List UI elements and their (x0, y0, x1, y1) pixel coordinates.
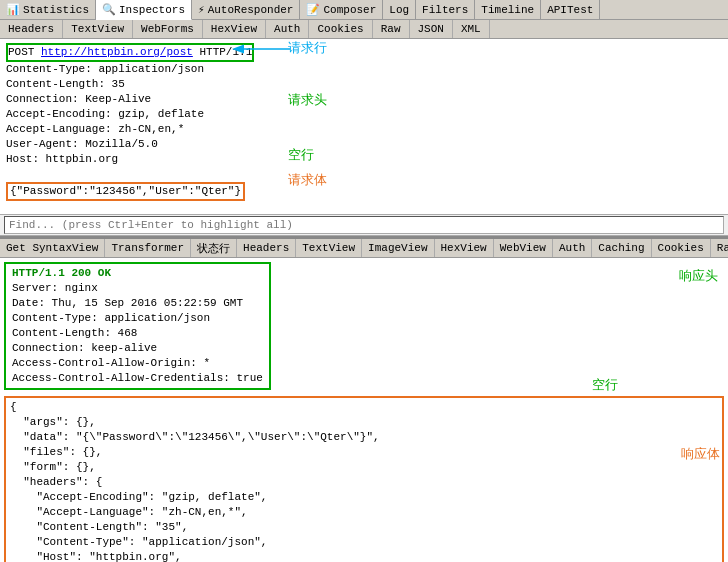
rtab-auth[interactable]: Auth (553, 239, 592, 257)
request-empty-line (6, 168, 13, 180)
subtab-raw[interactable]: Raw (373, 20, 410, 38)
status-line: HTTP/1.1 200 OK (12, 266, 263, 281)
statistics-icon: 📊 (6, 3, 20, 16)
header-content-length: Content-Length: 35 (6, 78, 125, 90)
rtab-syntaxview[interactable]: Get SyntaxView (0, 239, 105, 257)
request-sub-tab-bar: Headers TextView WebForms HexView Auth C… (0, 20, 728, 39)
response-headers-section: HTTP/1.1 200 OK Server: nginx Date: Thu,… (0, 258, 728, 390)
search-bar (0, 214, 728, 236)
app-container: 📊 Statistics 🔍 Inspectors ⚡ AutoResponde… (0, 0, 728, 562)
rtab-cookies[interactable]: Cookies (652, 239, 711, 257)
tab-log[interactable]: Log (383, 0, 416, 19)
response-empty-separator (0, 390, 728, 394)
resp-server: Server: nginx (12, 281, 263, 296)
rtab-textview[interactable]: TextView (296, 239, 362, 257)
rtab-transformer[interactable]: Transformer (105, 239, 191, 257)
resp-access-control-allow-credentials: Access-Control-Allow-Credentials: true (12, 371, 263, 386)
subtab-json[interactable]: JSON (410, 20, 453, 38)
request-content-area: POST http://httpbin.org/post HTTP/1.1 Co… (0, 39, 728, 236)
subtab-headers[interactable]: Headers (0, 20, 63, 38)
subtab-hexview[interactable]: HexView (203, 20, 266, 38)
rtab-headers[interactable]: Headers (237, 239, 296, 257)
tab-timeline[interactable]: Timeline (475, 0, 541, 19)
inspectors-icon: 🔍 (102, 3, 116, 16)
subtab-auth[interactable]: Auth (266, 20, 309, 38)
request-url[interactable]: http://httpbin.org/post (41, 46, 193, 58)
request-line: POST http://httpbin.org/post HTTP/1.1 (8, 46, 252, 58)
header-accept-language: Accept-Language: zh-CN,en,* (6, 123, 184, 135)
header-host: Host: httpbin.org (6, 153, 118, 165)
subtab-textview[interactable]: TextView (63, 20, 133, 38)
composer-icon: 📝 (306, 3, 320, 16)
tab-filters[interactable]: Filters (416, 0, 475, 19)
request-body-highlight: {"Password":"123456","User":"Qter"} (6, 182, 245, 201)
tab-statistics[interactable]: 📊 Statistics (0, 0, 96, 19)
label-response-headers: 响应头 (679, 268, 718, 283)
tab-apitest[interactable]: APITest (541, 0, 600, 19)
header-accept-encoding: Accept-Encoding: gzip, deflate (6, 108, 204, 120)
rtab-imageview[interactable]: ImageView (362, 239, 434, 257)
main-area: POST http://httpbin.org/post HTTP/1.1 Co… (0, 39, 728, 562)
rtab-statusline[interactable]: 状态行 (191, 239, 237, 257)
label-response-body: 响应体 (681, 446, 720, 461)
header-content-type: Content-Type: application/json (6, 63, 204, 75)
response-body-content: { "args": {}, "data": "{\"Password\":\"1… (10, 400, 718, 562)
response-body-section: { "args": {}, "data": "{\"Password\":\"1… (0, 396, 728, 562)
rtab-raw[interactable]: Raw (711, 239, 728, 257)
subtab-webforms[interactable]: WebForms (133, 20, 203, 38)
autoresponder-icon: ⚡ (198, 3, 205, 16)
tab-autoresponder[interactable]: ⚡ AutoResponder (192, 0, 300, 19)
subtab-xml[interactable]: XML (453, 20, 490, 38)
search-input[interactable] (4, 216, 724, 234)
response-panel: HTTP/1.1 200 OK Server: nginx Date: Thu,… (0, 258, 728, 562)
response-tab-bar: Get SyntaxView Transformer 状态行 Headers T… (0, 239, 728, 258)
request-text: POST http://httpbin.org/post HTTP/1.1 Co… (0, 39, 728, 205)
response-headers-highlight: HTTP/1.1 200 OK Server: nginx Date: Thu,… (4, 262, 271, 390)
request-panel: POST http://httpbin.org/post HTTP/1.1 Co… (0, 39, 728, 239)
resp-date: Date: Thu, 15 Sep 2016 05:22:59 GMT (12, 296, 263, 311)
request-body-content: {"Password":"123456","User":"Qter"} (10, 185, 241, 197)
response-body-highlight: { "args": {}, "data": "{\"Password\":\"1… (4, 396, 724, 562)
tab-composer[interactable]: 📝 Composer (300, 0, 383, 19)
rtab-hexview[interactable]: HexView (435, 239, 494, 257)
resp-content-type: Content-Type: application/json (12, 311, 263, 326)
resp-connection: Connection: keep-alive (12, 341, 263, 356)
top-tab-bar: 📊 Statistics 🔍 Inspectors ⚡ AutoResponde… (0, 0, 728, 20)
resp-access-control-allow-origin: Access-Control-Allow-Origin: * (12, 356, 263, 371)
response-content-area: HTTP/1.1 200 OK Server: nginx Date: Thu,… (0, 258, 728, 562)
resp-content-length: Content-Length: 468 (12, 326, 263, 341)
rtab-webview[interactable]: WebView (494, 239, 553, 257)
tab-inspectors[interactable]: 🔍 Inspectors (96, 0, 192, 20)
subtab-cookies[interactable]: Cookies (309, 20, 372, 38)
header-connection: Connection: Keep-Alive (6, 93, 151, 105)
rtab-caching[interactable]: Caching (592, 239, 651, 257)
label-empty-line2: 空行 (592, 377, 618, 392)
header-user-agent: User-Agent: Mozilla/5.0 (6, 138, 158, 150)
request-line-highlight: POST http://httpbin.org/post HTTP/1.1 (6, 43, 254, 62)
